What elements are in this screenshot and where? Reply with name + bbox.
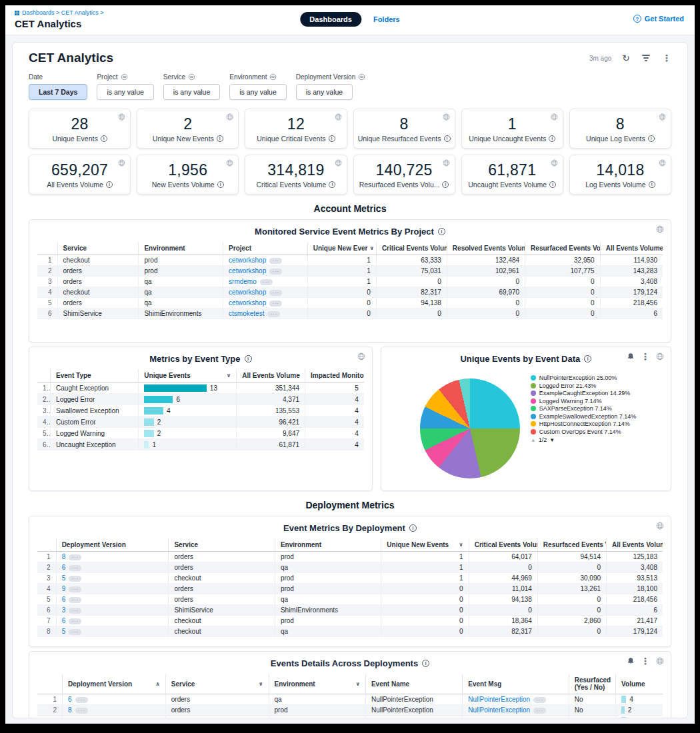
- link-more-badge[interactable]: ···: [533, 697, 546, 703]
- legend-page-down-icon[interactable]: ▼: [549, 437, 555, 443]
- legend-item[interactable]: HttpHostConnectException 7.14%: [531, 420, 640, 428]
- deployment-version-link[interactable]: 8: [62, 553, 66, 560]
- filter-options-icon[interactable]: [269, 73, 277, 81]
- filter-options-icon[interactable]: [188, 73, 195, 81]
- column-header[interactable]: All Events Volume: [237, 369, 305, 382]
- sort-desc-icon[interactable]: ∨: [369, 245, 374, 251]
- column-header[interactable]: Volume: [616, 674, 663, 694]
- deployment-version-link[interactable]: 5: [62, 628, 66, 635]
- column-header[interactable]: Deployment Version∧: [63, 674, 166, 694]
- link-more-badge[interactable]: ···: [69, 608, 81, 614]
- explore-globe-icon[interactable]: [551, 159, 558, 167]
- filter-value-button[interactable]: is any value: [97, 84, 153, 100]
- column-header[interactable]: Unique Events∨: [139, 369, 237, 382]
- link-more-badge[interactable]: ···: [69, 554, 81, 560]
- link-more-badge[interactable]: ···: [69, 586, 81, 592]
- column-header[interactable]: Resurfaced Events Volume: [525, 242, 601, 255]
- filter-options-icon[interactable]: [121, 73, 128, 81]
- info-icon[interactable]: i: [217, 135, 223, 142]
- legend-item[interactable]: ExampleSwallowedException 7.14%: [531, 413, 640, 420]
- info-icon[interactable]: i: [409, 524, 417, 532]
- column-header[interactable]: Resurfaced Events Volume: [537, 538, 606, 552]
- info-icon[interactable]: i: [584, 355, 591, 363]
- pie-chart[interactable]: [420, 378, 520, 478]
- link-more-badge[interactable]: ···: [269, 301, 282, 307]
- column-header[interactable]: Service∨: [165, 674, 269, 694]
- column-header[interactable]: Service: [169, 538, 275, 552]
- get-started-link[interactable]: ? Get Started: [633, 15, 684, 23]
- legend-item[interactable]: NullPointerException 25.00%: [531, 374, 640, 382]
- info-icon[interactable]: i: [329, 135, 335, 142]
- column-header[interactable]: Project: [223, 242, 308, 255]
- info-icon[interactable]: i: [648, 135, 655, 142]
- column-header[interactable]: Environment∨: [269, 674, 365, 694]
- sort-desc-icon[interactable]: ∨: [259, 681, 263, 687]
- legend-item[interactable]: Logged Error 21.43%: [531, 382, 640, 390]
- explore-globe-icon[interactable]: [118, 113, 125, 121]
- column-header[interactable]: Unique New Events∨: [381, 538, 469, 552]
- column-header[interactable]: Environment: [275, 538, 381, 552]
- column-header[interactable]: Resurfaced (Yes / No): [569, 674, 615, 694]
- explore-globe-icon[interactable]: [443, 159, 450, 167]
- filter-value-button[interactable]: is any value: [229, 84, 286, 100]
- tab-folders[interactable]: Folders: [373, 15, 400, 23]
- explore-globe-icon[interactable]: [226, 159, 233, 167]
- explore-globe-icon[interactable]: [357, 353, 365, 361]
- explore-globe-icon[interactable]: [656, 225, 664, 233]
- info-icon[interactable]: i: [549, 181, 556, 188]
- column-header[interactable]: Event Type: [51, 369, 139, 382]
- info-icon[interactable]: i: [106, 181, 113, 188]
- deployment-version-link[interactable]: 5: [62, 574, 66, 582]
- project-link[interactable]: cetworkshop: [229, 267, 266, 275]
- sort-desc-icon[interactable]: ∨: [459, 542, 463, 548]
- breadcrumb-text[interactable]: Dashboards > CET Analytics >: [22, 9, 103, 16]
- link-more-badge[interactable]: ···: [269, 290, 282, 296]
- deployment-version-link[interactable]: 8: [68, 706, 72, 714]
- link-more-badge[interactable]: ···: [75, 697, 88, 703]
- explore-globe-icon[interactable]: [335, 113, 342, 121]
- info-icon[interactable]: i: [329, 181, 335, 188]
- column-header[interactable]: All Events Volume: [600, 242, 663, 255]
- deployment-version-link[interactable]: 6: [62, 596, 66, 603]
- link-more-badge[interactable]: ···: [269, 258, 282, 264]
- explore-globe-icon[interactable]: [659, 113, 666, 121]
- explore-globe-icon[interactable]: [656, 353, 664, 361]
- alert-bell-icon[interactable]: [627, 353, 635, 361]
- tab-dashboards[interactable]: Dashboards: [300, 12, 361, 27]
- filter-value-button[interactable]: is any value: [296, 84, 353, 100]
- link-more-badge[interactable]: ···: [267, 311, 280, 317]
- info-icon[interactable]: i: [422, 660, 429, 667]
- project-link[interactable]: cetworkshop: [229, 299, 266, 307]
- event-msg-link[interactable]: NullPointerException: [468, 717, 530, 718]
- legend-item[interactable]: ExampleCaughtException 14.29%: [531, 390, 640, 397]
- link-more-badge[interactable]: ···: [69, 618, 81, 624]
- info-icon[interactable]: i: [549, 135, 555, 142]
- explore-globe-icon[interactable]: [659, 159, 666, 167]
- info-icon[interactable]: i: [217, 181, 224, 188]
- info-icon[interactable]: i: [649, 181, 655, 188]
- deployment-version-link[interactable]: 6: [62, 564, 66, 571]
- explore-globe-icon[interactable]: [443, 113, 450, 121]
- refresh-icon[interactable]: ↻: [622, 53, 630, 63]
- explore-globe-icon[interactable]: [656, 522, 664, 530]
- column-header[interactable]: Service: [57, 242, 139, 255]
- filter-funnel-icon[interactable]: [641, 53, 651, 63]
- sort-desc-icon[interactable]: ∨: [227, 372, 231, 378]
- explore-globe-icon[interactable]: [656, 657, 664, 665]
- alert-bell-icon[interactable]: [627, 657, 635, 665]
- project-link[interactable]: cetworkshop: [229, 289, 266, 296]
- link-more-badge[interactable]: ···: [69, 565, 81, 571]
- deployment-version-link[interactable]: 3: [62, 606, 66, 614]
- info-icon[interactable]: i: [438, 228, 445, 235]
- column-header[interactable]: Impacted Monitored Services: [305, 369, 364, 382]
- filter-value-button[interactable]: Last 7 Days: [29, 84, 87, 100]
- sort-desc-icon[interactable]: ∨: [355, 681, 360, 687]
- legend-item[interactable]: Custom OverOps Event 7.14%: [531, 428, 640, 436]
- column-header[interactable]: All Events Volume: [607, 538, 663, 552]
- filter-value-button[interactable]: is any value: [163, 84, 220, 100]
- column-header[interactable]: Environment: [139, 242, 223, 255]
- column-header[interactable]: Critical Events Volume: [376, 242, 447, 255]
- link-more-badge[interactable]: ···: [75, 708, 88, 714]
- explore-globe-icon[interactable]: [118, 159, 125, 167]
- link-more-badge[interactable]: ···: [69, 576, 81, 582]
